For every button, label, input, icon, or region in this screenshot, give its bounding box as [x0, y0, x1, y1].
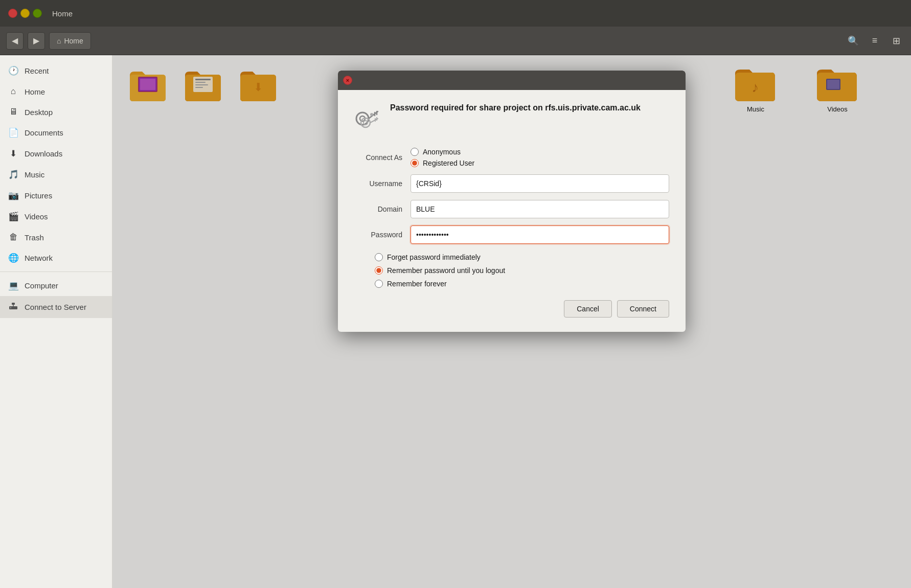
sidebar-item-connect-to-server[interactable]: Connect to Server [0, 296, 112, 318]
registered-user-label: Registered User [423, 159, 474, 167]
window-controls [8, 9, 42, 18]
forget-password-radio[interactable] [375, 253, 383, 261]
desktop-icon: 🖥 [8, 107, 18, 117]
domain-row: Domain [354, 200, 669, 218]
dialog-title: Password required for share project on r… [390, 102, 641, 114]
pictures-icon: 📷 [8, 190, 18, 201]
sidebar-label-desktop: Desktop [25, 108, 53, 117]
connect-button[interactable]: Connect [617, 300, 669, 318]
svg-point-22 [370, 113, 373, 116]
remember-logout-option[interactable]: Remember password until you logout [375, 266, 669, 275]
dialog-body: Password required for share project on r… [338, 90, 686, 332]
sidebar-item-music[interactable]: 🎵 Music [0, 164, 112, 185]
sidebar-label-videos: Videos [25, 212, 48, 221]
sidebar-item-home[interactable]: ⌂ Home [0, 81, 112, 102]
username-field-container [411, 174, 669, 193]
network-icon: 🌐 [8, 253, 18, 263]
dialog-close-icon: × [346, 77, 349, 83]
sidebar-label-network: Network [25, 254, 53, 262]
computer-icon: 💻 [8, 280, 18, 291]
sidebar-item-videos[interactable]: 🎬 Videos [0, 206, 112, 227]
password-input[interactable] [411, 225, 669, 244]
recent-icon: 🕐 [8, 65, 18, 76]
list-view-button[interactable]: ≡ [866, 32, 883, 50]
sidebar-label-computer: Computer [25, 281, 58, 290]
sidebar-label-trash: Trash [25, 233, 44, 242]
remember-logout-radio[interactable] [375, 266, 383, 275]
password-dialog: × [338, 71, 686, 332]
search-icon: 🔍 [848, 35, 859, 47]
sidebar-label-home: Home [25, 87, 45, 96]
trash-icon: 🗑 [8, 232, 18, 242]
back-button[interactable]: ◀ [6, 32, 24, 50]
grid-view-button[interactable]: ⊞ [887, 32, 905, 50]
keys-icon [354, 104, 381, 137]
titlebar: Home [0, 0, 911, 27]
sidebar-label-recent: Recent [25, 66, 49, 75]
toolbar-right: 🔍 ≡ ⊞ [845, 32, 905, 50]
sidebar: 🕐 Recent ⌂ Home 🖥 Desktop 📄 Documents ⬇ … [0, 55, 112, 588]
sidebar-label-documents: Documents [25, 128, 63, 137]
music-icon: 🎵 [8, 169, 18, 180]
svg-rect-3 [12, 303, 15, 305]
cancel-button[interactable]: Cancel [564, 300, 612, 318]
minimize-button[interactable] [20, 9, 30, 18]
domain-input[interactable] [411, 200, 669, 218]
remember-forever-option[interactable]: Remember forever [375, 280, 669, 288]
dialog-close-button[interactable]: × [343, 76, 352, 85]
username-label: Username [354, 179, 411, 188]
forward-button[interactable]: ▶ [28, 32, 45, 50]
password-field-container [411, 225, 669, 244]
sidebar-item-recent[interactable]: 🕐 Recent [0, 60, 112, 81]
domain-label: Domain [354, 205, 411, 213]
sidebar-label-pictures: Pictures [25, 191, 52, 200]
remember-forever-label: Remember forever [387, 280, 447, 288]
domain-field-container [411, 200, 669, 218]
registered-user-option[interactable]: Registered User [411, 159, 669, 167]
svg-rect-1 [10, 307, 11, 308]
anonymous-option[interactable]: Anonymous [411, 148, 669, 156]
content-area: ⬇ ♪ Music [112, 55, 911, 588]
sidebar-label-downloads: Downloads [25, 149, 62, 158]
sidebar-item-network[interactable]: 🌐 Network [0, 247, 112, 268]
anonymous-radio[interactable] [411, 148, 419, 156]
location-label: Home [64, 37, 83, 45]
sidebar-item-downloads[interactable]: ⬇ Downloads [0, 143, 112, 164]
remember-logout-label: Remember password until you logout [387, 266, 505, 275]
dialog-titlebar: × [338, 71, 686, 90]
sidebar-item-trash[interactable]: 🗑 Trash [0, 227, 112, 247]
registered-user-radio[interactable] [411, 159, 419, 167]
remember-forever-radio[interactable] [375, 280, 383, 288]
sidebar-label-music: Music [25, 170, 44, 179]
connect-as-options: Anonymous Registered User [411, 148, 669, 167]
dialog-buttons: Cancel Connect [354, 300, 669, 318]
documents-icon: 📄 [8, 127, 18, 138]
sidebar-divider [0, 272, 112, 272]
grid-view-icon: ⊞ [893, 35, 900, 47]
location-bar[interactable]: ⌂ Home [49, 32, 91, 50]
videos-icon: 🎬 [8, 211, 18, 222]
sidebar-item-documents[interactable]: 📄 Documents [0, 122, 112, 143]
dialog-header: Password required for share project on r… [354, 102, 669, 137]
sidebar-item-desktop[interactable]: 🖥 Desktop [0, 102, 112, 122]
forget-password-option[interactable]: Forget password immediately [375, 253, 669, 261]
search-button[interactable]: 🔍 [845, 32, 862, 50]
sidebar-label-connect-to-server: Connect to Server [25, 303, 86, 311]
main-layout: 🕐 Recent ⌂ Home 🖥 Desktop 📄 Documents ⬇ … [0, 55, 911, 588]
window-title: Home [52, 9, 73, 18]
list-view-icon: ≡ [872, 35, 878, 46]
password-row: Password [354, 225, 669, 244]
home-nav-icon: ⌂ [8, 86, 18, 97]
downloads-icon: ⬇ [8, 148, 18, 159]
home-icon: ⌂ [57, 37, 61, 45]
close-button[interactable] [8, 9, 17, 18]
password-label: Password [354, 231, 411, 239]
anonymous-label: Anonymous [423, 148, 461, 156]
connect-as-label: Connect As [354, 153, 411, 162]
connect-server-icon [8, 301, 18, 313]
maximize-button[interactable] [33, 9, 42, 18]
username-input[interactable] [411, 174, 669, 193]
connect-as-row: Connect As Anonymous Registered User [354, 148, 669, 167]
sidebar-item-computer[interactable]: 💻 Computer [0, 275, 112, 296]
sidebar-item-pictures[interactable]: 📷 Pictures [0, 185, 112, 206]
